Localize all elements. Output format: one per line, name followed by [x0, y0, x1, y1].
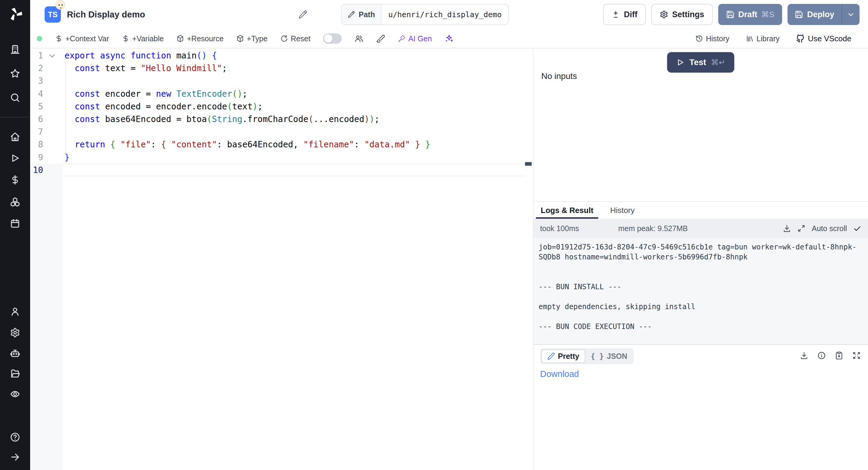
code-line[interactable]: export async function main() {	[64, 50, 217, 62]
path-edit-button[interactable]: Path	[342, 4, 381, 24]
inputs-section: Test ⌘↵ No inputs	[533, 49, 868, 201]
workspace-icon[interactable]	[10, 44, 20, 55]
reset-button[interactable]: Reset	[280, 34, 310, 43]
collapse-arrow-icon[interactable]	[10, 452, 20, 462]
code-line[interactable]: const encoded = encoder.encode(text);	[64, 100, 262, 113]
no-inputs-text: No inputs	[541, 71, 577, 81]
line-number: 3	[30, 75, 43, 87]
add-type-button[interactable]: +Type	[236, 34, 268, 43]
download-result-icon[interactable]	[800, 351, 808, 360]
github-icon	[796, 34, 805, 43]
draft-shortcut: ⌘S	[761, 10, 774, 19]
test-shortcut: ⌘↵	[711, 58, 725, 67]
status-dot	[37, 36, 42, 41]
search-icon[interactable]	[10, 93, 20, 103]
code-line[interactable]: const base64Encoded = btoa(String.fromCh…	[64, 113, 379, 126]
settings-gear-icon[interactable]	[10, 327, 20, 338]
save-icon	[726, 10, 735, 19]
log-actions: Auto scroll	[783, 224, 861, 233]
variable-label: +Variable	[132, 34, 164, 43]
copy-clipboard-icon[interactable]	[835, 351, 843, 360]
ai-gen-button[interactable]: AI Gen	[398, 34, 432, 43]
settings-button[interactable]: Settings	[651, 4, 713, 25]
use-vscode-label: Use VScode	[808, 34, 851, 43]
users-person-icon[interactable]	[10, 306, 20, 317]
resources-boxes-icon[interactable]	[10, 197, 20, 207]
expand-logs-icon[interactable]	[797, 224, 806, 232]
reset-label: Reset	[291, 34, 310, 43]
pretty-toggle-button[interactable]: Pretty	[541, 349, 585, 363]
run-info-bar: took 100ms mem peak: 9.527MB Auto scroll	[533, 219, 868, 238]
sparkles-icon[interactable]	[444, 34, 454, 43]
multiplayer-users-icon[interactable]	[354, 34, 364, 43]
toolbar-left: +Context Var +Variable +Resource +Type R…	[37, 33, 454, 44]
save-draft-button[interactable]: Draft ⌘S	[718, 4, 782, 25]
script-title: Rich Display demo	[67, 0, 145, 29]
schedules-calendar-icon[interactable]	[10, 218, 20, 229]
path-control[interactable]: Path u/henri/rich_display_demo	[341, 4, 509, 25]
play-icon	[676, 58, 684, 67]
log-output[interactable]: job=01912d75-163d-8204-47c9-5469c516cb1e…	[533, 238, 868, 344]
download-result-link[interactable]: Download	[540, 369, 579, 379]
use-vscode-button[interactable]: Use VScode	[796, 34, 851, 43]
rotate-icon	[280, 35, 288, 42]
auto-scroll-check-icon[interactable]	[853, 224, 861, 232]
format-brush-icon[interactable]	[376, 34, 385, 43]
diff-button[interactable]: Diff	[603, 4, 646, 25]
deploy-button[interactable]: Deploy	[787, 4, 841, 25]
deploy-dropdown-button[interactable]	[842, 4, 860, 25]
help-icon[interactable]	[10, 432, 20, 442]
code-line[interactable]: }	[64, 151, 70, 164]
code-line[interactable]: return { "file": { "content": base64Enco…	[64, 138, 430, 151]
folders-icon[interactable]	[10, 369, 20, 379]
path-label: Path	[359, 10, 375, 19]
preview-panel: Test ⌘↵ No inputs Logs & Result History …	[533, 49, 868, 470]
result-tabs: Logs & Result History	[533, 201, 868, 219]
tab-logs-result[interactable]: Logs & Result	[536, 202, 598, 219]
library-button[interactable]: Library	[746, 34, 779, 43]
pretty-label: Pretty	[558, 352, 579, 361]
toolbar-right: History Library Use VScode	[695, 34, 868, 43]
home-icon[interactable]	[10, 132, 20, 142]
dollar-icon	[55, 35, 63, 42]
json-toggle-button[interactable]: { } JSON	[585, 350, 632, 363]
gutter-strip	[30, 164, 63, 470]
pen-icon	[547, 352, 555, 360]
current-line-highlight	[63, 164, 526, 176]
context-var-label: +Context Var	[65, 34, 109, 43]
line-number: 9	[30, 151, 43, 164]
code-line[interactable]: const encoder = new TextEncoder();	[64, 88, 247, 100]
result-view-toggle: Pretty { } JSON	[540, 348, 634, 364]
download-logs-icon[interactable]	[783, 224, 791, 232]
audit-eye-icon[interactable]	[10, 389, 20, 399]
line-number: 4	[30, 88, 43, 100]
info-icon[interactable]	[817, 351, 826, 360]
expand-result-icon[interactable]	[852, 351, 861, 360]
result-section: Pretty { } JSON Download	[533, 344, 868, 470]
multiplayer-toggle[interactable]	[323, 33, 342, 44]
windmill-logo	[7, 6, 24, 22]
diff-icon	[612, 10, 620, 19]
test-label: Test	[689, 58, 706, 67]
test-button[interactable]: Test ⌘↵	[667, 52, 734, 73]
code-line[interactable]: const text = "Hello Windmill";	[64, 62, 227, 75]
add-context-var-button[interactable]: +Context Var	[55, 34, 109, 43]
app-sidebar	[0, 0, 30, 470]
add-resource-button[interactable]: +Resource	[176, 34, 224, 43]
workers-bot-icon[interactable]	[10, 348, 20, 358]
variables-dollar-icon[interactable]	[10, 175, 20, 185]
history-button[interactable]: History	[695, 34, 730, 43]
fold-chevron-icon[interactable]	[48, 51, 57, 60]
path-value: u/henri/rich_display_demo	[381, 4, 508, 24]
ai-gen-label: AI Gen	[408, 34, 432, 43]
favorites-star-icon[interactable]	[10, 68, 20, 79]
add-variable-button[interactable]: +Variable	[122, 34, 164, 43]
draft-label: Draft	[738, 10, 757, 19]
deploy-label: Deploy	[807, 10, 834, 19]
code-editor[interactable]: 12345678910 export async function main()…	[30, 49, 533, 470]
runs-play-icon[interactable]	[10, 153, 20, 163]
line-number: 5	[30, 100, 43, 113]
settings-label: Settings	[672, 10, 704, 19]
tab-history[interactable]: History	[606, 202, 640, 219]
edit-title-pencil-icon[interactable]	[299, 10, 307, 19]
